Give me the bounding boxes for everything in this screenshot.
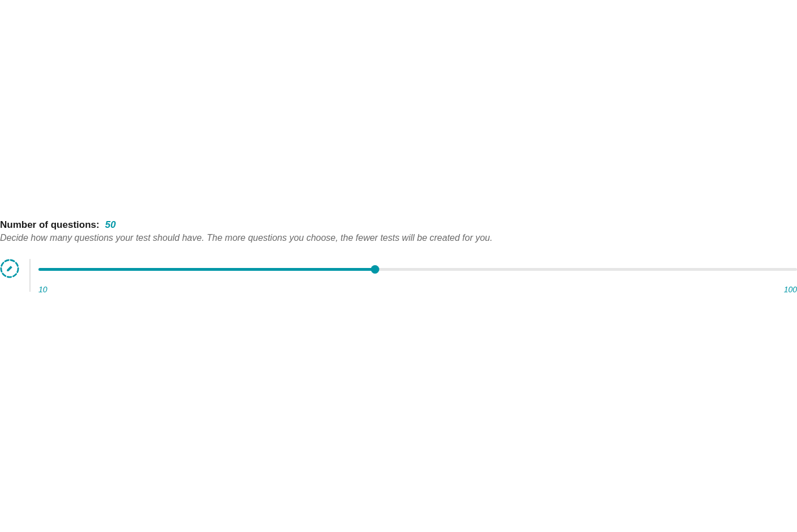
vertical-divider [29,259,31,292]
slider-thumb[interactable] [371,265,380,274]
slider-track-fill [38,268,375,271]
questions-slider[interactable] [38,265,797,274]
slider-area: 10 100 [38,259,797,294]
slider-labels: 10 100 [38,285,797,294]
edit-icon-container [0,259,19,278]
questions-count-value: 50 [105,219,116,231]
heading-row: Number of questions: 50 [0,219,797,231]
questions-count-label: Number of questions: [0,219,100,231]
slider-min-label: 10 [38,285,48,294]
description-text: Decide how many questions your test shou… [0,233,797,243]
edit-dashed-circle-icon [0,259,19,278]
slider-section: 10 100 [0,259,797,294]
slider-max-label: 100 [784,285,797,294]
